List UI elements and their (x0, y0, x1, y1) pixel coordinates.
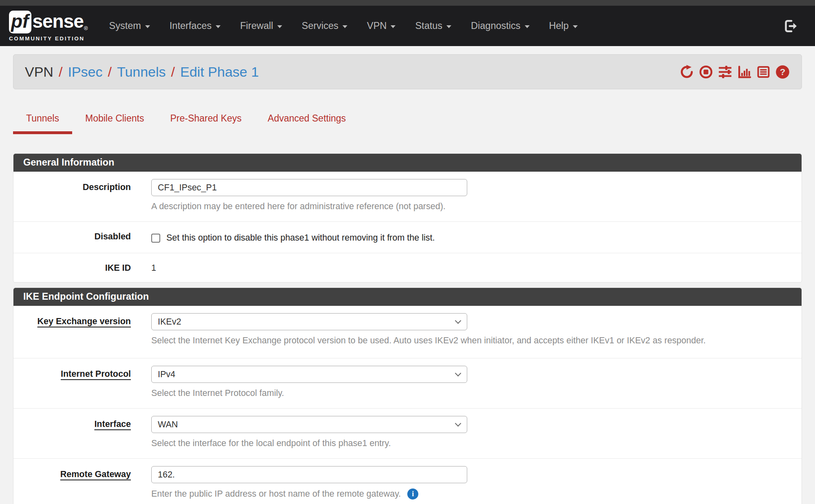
chevron-down-icon (391, 25, 395, 28)
help-icon[interactable]: ? (775, 64, 790, 80)
chevron-down-icon (342, 25, 347, 28)
nav-item-label: Status (415, 20, 442, 31)
internet-protocol-select[interactable]: IPv4 (151, 366, 467, 383)
remote-gateway-input[interactable] (151, 466, 467, 483)
sign-out-button[interactable] (783, 19, 798, 33)
page-header-panel: VPN / IPsec / Tunnels / Edit Phase 1 (13, 54, 802, 89)
general-information-panel: General Information Description A descri… (13, 153, 802, 283)
disabled-label: Disabled (13, 231, 151, 244)
chevron-down-icon (573, 25, 578, 28)
description-helper: A description may be entered here for ad… (151, 201, 802, 212)
chevron-down-icon (145, 25, 150, 28)
tab-tunnels[interactable]: Tunnels (13, 102, 72, 134)
log-icon[interactable] (756, 64, 771, 80)
info-icon: i (407, 489, 418, 500)
disabled-option-text: Set this option to disable this phase1 w… (166, 233, 435, 243)
chevron-down-icon (525, 25, 530, 28)
top-strip (0, 0, 815, 6)
tab-label: Tunnels (26, 113, 59, 124)
internet-protocol-helper: Select the Internet Protocol family. (151, 388, 802, 398)
tab-bar: Tunnels Mobile Clients Pre-Shared Keys A… (13, 102, 802, 134)
nav-item-label: Diagnostics (471, 20, 520, 31)
remote-gateway-label: Remote Gateway (60, 469, 131, 479)
section-title-general-information: General Information (13, 154, 802, 172)
breadcrumb-separator: / (59, 64, 62, 80)
tab-label: Advanced Settings (268, 113, 346, 124)
nav-item-label: Firewall (240, 20, 273, 31)
community-edition-label: COMMUNITY EDITION (9, 35, 88, 42)
description-input[interactable] (151, 179, 467, 196)
tab-mobile-clients[interactable]: Mobile Clients (72, 102, 157, 134)
sign-out-icon (783, 19, 798, 33)
helper-text: A description may be entered here for ad… (151, 201, 446, 212)
nav-item-vpn[interactable]: VPN (357, 6, 405, 46)
breadcrumb-separator: / (171, 64, 175, 80)
nav-item-services[interactable]: Services (292, 6, 357, 46)
nav-item-help[interactable]: Help (539, 6, 588, 46)
interface-label: Interface (94, 419, 131, 429)
description-row: Description A description may be entered… (13, 172, 802, 221)
key-exchange-version-row: Key Exchange version IKEv2 Select the In… (13, 306, 802, 358)
tab-advanced-settings[interactable]: Advanced Settings (255, 102, 359, 134)
breadcrumb-link-edit-phase-1[interactable]: Edit Phase 1 (180, 64, 259, 80)
ike-id-value: 1 (151, 262, 802, 273)
remote-gateway-helper: Enter the public IP address or host name… (151, 489, 802, 500)
breadcrumb-link-tunnels[interactable]: Tunnels (117, 64, 166, 80)
main-navbar: pf sense ® COMMUNITY EDITION System Inte… (0, 6, 815, 46)
interface-helper: Select the interface for the local endpo… (151, 438, 802, 449)
internet-protocol-row: Internet Protocol IPv4 Select the Intern… (13, 358, 802, 408)
chevron-down-icon (277, 25, 282, 28)
nav-item-label: Help (549, 20, 569, 31)
stop-icon[interactable] (698, 64, 713, 80)
nav-item-interfaces[interactable]: Interfaces (160, 6, 230, 46)
tab-label: Pre-Shared Keys (170, 113, 241, 124)
pfsense-logo-pf: pf (9, 11, 31, 33)
tab-label: Mobile Clients (85, 113, 144, 124)
helper-text: Select the Internet Protocol family. (151, 388, 284, 398)
nav-item-label: Services (302, 20, 338, 31)
nav-item-label: System (109, 20, 141, 31)
pfsense-logo[interactable]: pf sense ® COMMUNITY EDITION (9, 11, 88, 42)
description-label: Description (13, 179, 151, 212)
tab-pre-shared-keys[interactable]: Pre-Shared Keys (157, 102, 254, 134)
disabled-row: Disabled Set this option to disable this… (13, 221, 802, 253)
disabled-checkbox[interactable] (151, 234, 160, 243)
breadcrumb: VPN / IPsec / Tunnels / Edit Phase 1 (25, 64, 259, 80)
breadcrumb-link-ipsec[interactable]: IPsec (68, 64, 102, 80)
interface-select[interactable]: WAN (151, 416, 467, 433)
key-exchange-version-select[interactable]: IKEv2 (151, 313, 467, 330)
nav-item-status[interactable]: Status (405, 6, 461, 46)
navbar-menu: System Interfaces Firewall Services VPN … (99, 6, 587, 46)
registered-mark: ® (84, 25, 88, 31)
refresh-icon[interactable] (679, 64, 694, 80)
sliders-icon[interactable] (718, 64, 733, 80)
nav-item-system[interactable]: System (99, 6, 159, 46)
chevron-down-icon (446, 25, 451, 28)
breadcrumb-root: VPN (25, 64, 53, 80)
chevron-down-icon (216, 25, 221, 28)
helper-text: Enter the public IP address or host name… (151, 489, 401, 499)
key-exchange-version-label: Key Exchange version (38, 316, 131, 326)
interface-row: Interface WAN Select the interface for t… (13, 408, 802, 458)
nav-item-firewall[interactable]: Firewall (230, 6, 292, 46)
chart-icon[interactable] (737, 64, 752, 80)
nav-item-label: VPN (367, 20, 387, 31)
ike-id-label: IKE ID (13, 262, 151, 273)
helper-text: Select the Internet Key Exchange protoco… (151, 336, 706, 346)
internet-protocol-label: Internet Protocol (61, 369, 131, 379)
key-exchange-version-helper: Select the Internet Key Exchange protoco… (151, 336, 802, 346)
svg-text:?: ? (780, 67, 786, 77)
header-action-icons: ? (679, 64, 790, 80)
breadcrumb-separator: / (108, 64, 111, 80)
remote-gateway-row: Remote Gateway Enter the public IP addre… (13, 458, 802, 504)
ike-id-row: IKE ID 1 (13, 253, 802, 282)
nav-item-diagnostics[interactable]: Diagnostics (461, 6, 539, 46)
pfsense-logo-sense: sense (32, 11, 83, 32)
ike-endpoint-configuration-panel: IKE Endpoint Configuration Key Exchange … (13, 287, 802, 504)
helper-text: Select the interface for the local endpo… (151, 438, 391, 449)
nav-item-label: Interfaces (170, 20, 212, 31)
section-title-ike-endpoint-configuration: IKE Endpoint Configuration (13, 288, 802, 306)
